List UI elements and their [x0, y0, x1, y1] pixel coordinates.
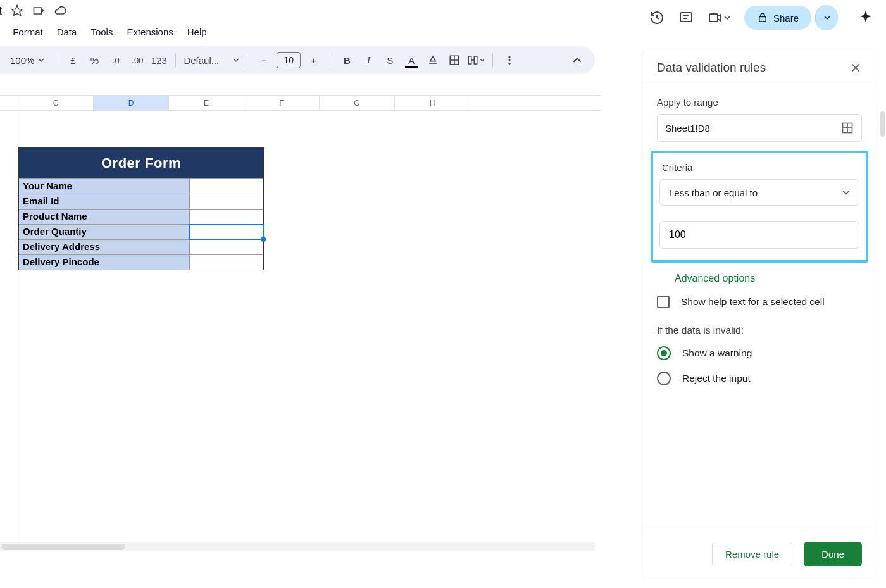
range-value: Sheet1!D8: [665, 123, 710, 134]
currency-button[interactable]: £: [64, 51, 82, 69]
data-validation-panel: Data validation rules Apply to range She…: [643, 49, 876, 578]
comment-icon[interactable]: [678, 10, 694, 25]
criteria-select[interactable]: Less than or equal to: [659, 179, 859, 206]
order-form-title: Order Form: [19, 148, 263, 178]
label-product-name: Product Name: [19, 210, 190, 224]
zoom-select[interactable]: 100%: [6, 55, 48, 66]
menu-item-help[interactable]: Help: [181, 23, 213, 41]
cell-delivery-pincode[interactable]: [190, 255, 263, 270]
criteria-value-input[interactable]: [659, 221, 859, 249]
share-button[interactable]: Share: [744, 6, 811, 30]
bold-button[interactable]: B: [338, 51, 356, 69]
cell-order-quantity[interactable]: [190, 225, 263, 239]
svg-rect-1: [680, 13, 692, 22]
order-form-table: Order Form Your Name Email Id Product Na…: [18, 147, 264, 270]
menu-item-tools[interactable]: Tools: [84, 23, 119, 41]
meet-icon[interactable]: [708, 10, 730, 25]
increase-decimal-button[interactable]: .00: [128, 51, 146, 69]
vertical-scrollbar[interactable]: [880, 111, 885, 137]
svg-point-10: [509, 56, 511, 58]
done-button[interactable]: Done: [804, 542, 862, 566]
text-color-button[interactable]: A: [402, 51, 420, 69]
label-delivery-pincode: Delivery Pincode: [19, 255, 190, 270]
menu-item-extensions[interactable]: Extensions: [120, 23, 179, 41]
col-header-f[interactable]: F: [244, 96, 320, 110]
borders-button[interactable]: [446, 51, 463, 69]
history-icon[interactable]: [649, 10, 664, 25]
range-input[interactable]: Sheet1!D8: [657, 114, 862, 142]
cell-product-name[interactable]: [190, 210, 263, 224]
font-size-increase[interactable]: +: [304, 51, 322, 69]
remove-rule-button[interactable]: Remove rule: [712, 542, 792, 566]
col-header-e[interactable]: E: [169, 96, 244, 110]
percent-button[interactable]: %: [85, 51, 103, 69]
col-header-h[interactable]: H: [395, 96, 470, 110]
collapse-toolbar-icon[interactable]: [568, 51, 586, 69]
more-button[interactable]: [501, 51, 518, 69]
criteria-option: Less than or equal to: [669, 187, 758, 198]
invalid-data-label: If the data is invalid:: [657, 325, 862, 336]
cell-your-name[interactable]: [190, 179, 263, 194]
font-select[interactable]: Defaul...: [184, 51, 239, 69]
menu-item-format[interactable]: Format: [6, 23, 49, 41]
font-name-label: Defaul...: [184, 55, 229, 66]
strike-button[interactable]: S: [381, 51, 399, 69]
doc-title-partial: t: [0, 4, 2, 18]
share-dropdown[interactable]: [815, 5, 838, 30]
svg-rect-4: [709, 14, 718, 22]
label-order-quantity: Order Quantiy: [19, 225, 190, 239]
radio-reject-input-label: Reject the input: [682, 373, 751, 384]
share-label: Share: [773, 13, 799, 23]
italic-button[interactable]: I: [359, 51, 377, 69]
number-format-button[interactable]: 123: [150, 51, 168, 69]
svg-rect-6: [759, 17, 766, 22]
col-header-c[interactable]: C: [18, 96, 94, 110]
apply-range-label: Apply to range: [657, 97, 862, 108]
close-icon[interactable]: [849, 61, 862, 74]
col-header-g[interactable]: G: [320, 96, 395, 110]
label-delivery-address: Delivery Address: [19, 240, 190, 254]
panel-title: Data validation rules: [657, 61, 766, 75]
fill-color-button[interactable]: [424, 51, 442, 69]
corner-cell[interactable]: [0, 96, 18, 110]
gemini-icon[interactable]: [857, 9, 875, 27]
label-email-id: Email Id: [19, 194, 190, 209]
zoom-value: 100%: [10, 55, 34, 66]
help-text-label: Show help text for a selected cell: [681, 296, 825, 308]
font-size-decrease[interactable]: −: [255, 51, 273, 69]
font-size-input[interactable]: 10: [277, 52, 301, 68]
svg-marker-5: [718, 15, 721, 21]
svg-point-12: [509, 63, 511, 65]
star-icon[interactable]: [11, 4, 23, 17]
decrease-decimal-button[interactable]: .0: [107, 51, 125, 69]
svg-marker-0: [12, 6, 23, 16]
advanced-options-link[interactable]: Advanced options: [675, 273, 862, 284]
radio-reject-input[interactable]: [657, 372, 671, 385]
move-icon[interactable]: [32, 4, 45, 17]
criteria-highlight: Criteria Less than or equal to: [651, 151, 868, 263]
help-text-checkbox[interactable]: [657, 296, 670, 308]
label-your-name: Your Name: [19, 179, 190, 194]
column-headers: C D E F G H: [0, 96, 601, 111]
cloud-icon[interactable]: [54, 4, 66, 17]
cell-email-id[interactable]: [190, 194, 263, 209]
toolbar: 100% £ % .0 .00 123 Defaul... − 10 + B I…: [0, 46, 595, 74]
spreadsheet-grid[interactable]: C D E F G H Order Form Your Name Email I…: [0, 95, 601, 550]
menu-item-partial[interactable]: t: [0, 23, 5, 41]
cell-delivery-address[interactable]: [190, 240, 263, 254]
criteria-label: Criteria: [662, 162, 859, 173]
horizontal-scrollbar[interactable]: [0, 542, 595, 551]
merge-button[interactable]: [467, 51, 485, 69]
select-range-icon[interactable]: [841, 122, 854, 134]
radio-show-warning[interactable]: [657, 346, 671, 360]
menu-item-data[interactable]: Data: [51, 23, 84, 41]
radio-show-warning-label: Show a warning: [682, 347, 752, 359]
svg-point-11: [509, 59, 511, 61]
col-header-d[interactable]: D: [94, 96, 169, 110]
